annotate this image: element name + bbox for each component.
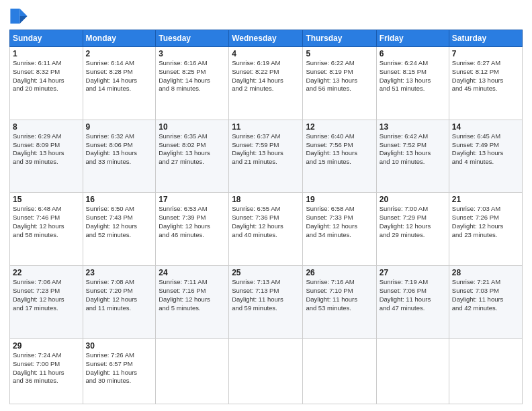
calendar-cell: 12Sunrise: 6:40 AM Sunset: 7:56 PM Dayli… bbox=[303, 120, 376, 193]
page: SundayMondayTuesdayWednesdayThursdayFrid… bbox=[0, 0, 532, 411]
calendar-cell: 20Sunrise: 7:00 AM Sunset: 7:29 PM Dayli… bbox=[376, 193, 449, 266]
day-number: 14 bbox=[452, 122, 519, 132]
svg-marker-0 bbox=[19, 9, 27, 16]
calendar-cell: 30Sunrise: 7:26 AM Sunset: 6:57 PM Dayli… bbox=[83, 338, 156, 404]
day-number: 8 bbox=[13, 122, 80, 132]
day-number: 9 bbox=[86, 122, 153, 132]
day-info: Sunrise: 7:13 AM Sunset: 7:13 PM Dayligh… bbox=[232, 278, 300, 312]
calendar-week-row: 15Sunrise: 6:48 AM Sunset: 7:46 PM Dayli… bbox=[10, 193, 523, 266]
day-info: Sunrise: 7:19 AM Sunset: 7:06 PM Dayligh… bbox=[380, 278, 446, 312]
weekday-header-wednesday: Wednesday bbox=[229, 30, 303, 47]
weekday-header-monday: Monday bbox=[83, 30, 156, 47]
calendar-cell: 21Sunrise: 7:03 AM Sunset: 7:26 PM Dayli… bbox=[449, 193, 522, 266]
day-number: 10 bbox=[159, 122, 226, 132]
calendar-cell: 24Sunrise: 7:11 AM Sunset: 7:16 PM Dayli… bbox=[156, 266, 229, 339]
logo bbox=[9, 7, 31, 26]
calendar-cell: 9Sunrise: 6:32 AM Sunset: 8:06 PM Daylig… bbox=[83, 120, 156, 193]
day-info: Sunrise: 6:27 AM Sunset: 8:12 PM Dayligh… bbox=[452, 59, 519, 93]
calendar-cell bbox=[229, 338, 303, 404]
calendar-table: SundayMondayTuesdayWednesdayThursdayFrid… bbox=[9, 30, 523, 404]
day-number: 7 bbox=[452, 49, 519, 58]
calendar-cell: 26Sunrise: 7:16 AM Sunset: 7:10 PM Dayli… bbox=[303, 266, 376, 339]
day-number: 28 bbox=[452, 268, 519, 277]
day-info: Sunrise: 7:21 AM Sunset: 7:03 PM Dayligh… bbox=[452, 278, 519, 312]
calendar-cell: 17Sunrise: 6:53 AM Sunset: 7:39 PM Dayli… bbox=[156, 193, 229, 266]
calendar-cell: 27Sunrise: 7:19 AM Sunset: 7:06 PM Dayli… bbox=[376, 266, 449, 339]
day-info: Sunrise: 6:14 AM Sunset: 8:28 PM Dayligh… bbox=[86, 59, 153, 93]
day-number: 2 bbox=[86, 49, 153, 58]
calendar-cell bbox=[156, 338, 229, 404]
day-number: 13 bbox=[380, 122, 446, 132]
day-number: 22 bbox=[13, 268, 80, 277]
day-info: Sunrise: 7:03 AM Sunset: 7:26 PM Dayligh… bbox=[452, 205, 519, 239]
day-info: Sunrise: 7:26 AM Sunset: 6:57 PM Dayligh… bbox=[86, 351, 153, 385]
calendar-week-row: 1Sunrise: 6:11 AM Sunset: 8:32 PM Daylig… bbox=[10, 47, 523, 120]
calendar-cell: 22Sunrise: 7:06 AM Sunset: 7:23 PM Dayli… bbox=[10, 266, 83, 339]
day-info: Sunrise: 7:08 AM Sunset: 7:20 PM Dayligh… bbox=[86, 278, 153, 312]
day-number: 3 bbox=[159, 49, 226, 58]
weekday-header-sunday: Sunday bbox=[10, 30, 83, 47]
day-info: Sunrise: 6:35 AM Sunset: 8:02 PM Dayligh… bbox=[159, 132, 226, 167]
calendar-cell: 25Sunrise: 7:13 AM Sunset: 7:13 PM Dayli… bbox=[229, 266, 303, 339]
day-number: 18 bbox=[232, 195, 300, 204]
day-info: Sunrise: 6:50 AM Sunset: 7:43 PM Dayligh… bbox=[86, 205, 153, 239]
calendar-week-row: 29Sunrise: 7:24 AM Sunset: 7:00 PM Dayli… bbox=[10, 338, 523, 404]
calendar-cell: 18Sunrise: 6:55 AM Sunset: 7:36 PM Dayli… bbox=[229, 193, 303, 266]
day-info: Sunrise: 6:45 AM Sunset: 7:49 PM Dayligh… bbox=[452, 132, 519, 167]
day-number: 4 bbox=[232, 49, 300, 58]
day-number: 21 bbox=[452, 195, 519, 204]
day-number: 1 bbox=[13, 49, 80, 58]
day-info: Sunrise: 6:53 AM Sunset: 7:39 PM Dayligh… bbox=[159, 205, 226, 239]
day-number: 17 bbox=[159, 195, 226, 204]
calendar-cell bbox=[303, 338, 376, 404]
day-number: 16 bbox=[86, 195, 153, 204]
day-number: 27 bbox=[380, 268, 446, 277]
day-number: 19 bbox=[306, 195, 373, 204]
calendar-week-row: 8Sunrise: 6:29 AM Sunset: 8:09 PM Daylig… bbox=[10, 120, 523, 193]
weekday-header-thursday: Thursday bbox=[303, 30, 376, 47]
day-info: Sunrise: 7:16 AM Sunset: 7:10 PM Dayligh… bbox=[306, 278, 373, 312]
weekday-header-tuesday: Tuesday bbox=[156, 30, 229, 47]
day-info: Sunrise: 6:19 AM Sunset: 8:22 PM Dayligh… bbox=[232, 59, 300, 93]
calendar-cell: 4Sunrise: 6:19 AM Sunset: 8:22 PM Daylig… bbox=[229, 47, 303, 120]
day-number: 20 bbox=[380, 195, 446, 204]
calendar-cell: 8Sunrise: 6:29 AM Sunset: 8:09 PM Daylig… bbox=[10, 120, 83, 193]
day-info: Sunrise: 7:00 AM Sunset: 7:29 PM Dayligh… bbox=[380, 205, 446, 239]
day-number: 6 bbox=[380, 49, 446, 58]
day-info: Sunrise: 6:22 AM Sunset: 8:19 PM Dayligh… bbox=[306, 59, 373, 93]
calendar-cell: 3Sunrise: 6:16 AM Sunset: 8:25 PM Daylig… bbox=[156, 47, 229, 120]
day-info: Sunrise: 6:29 AM Sunset: 8:09 PM Dayligh… bbox=[13, 132, 80, 167]
svg-rect-2 bbox=[10, 9, 19, 24]
logo-icon bbox=[9, 7, 28, 26]
calendar-cell: 7Sunrise: 6:27 AM Sunset: 8:12 PM Daylig… bbox=[449, 47, 522, 120]
day-info: Sunrise: 6:37 AM Sunset: 7:59 PM Dayligh… bbox=[232, 132, 300, 167]
calendar-cell: 5Sunrise: 6:22 AM Sunset: 8:19 PM Daylig… bbox=[303, 47, 376, 120]
day-number: 26 bbox=[306, 268, 373, 277]
day-number: 11 bbox=[232, 122, 300, 132]
calendar-cell: 15Sunrise: 6:48 AM Sunset: 7:46 PM Dayli… bbox=[10, 193, 83, 266]
day-number: 24 bbox=[159, 268, 226, 277]
day-info: Sunrise: 7:11 AM Sunset: 7:16 PM Dayligh… bbox=[159, 278, 226, 312]
day-number: 30 bbox=[86, 341, 153, 351]
day-info: Sunrise: 6:11 AM Sunset: 8:32 PM Dayligh… bbox=[13, 59, 80, 93]
calendar-cell: 6Sunrise: 6:24 AM Sunset: 8:15 PM Daylig… bbox=[376, 47, 449, 120]
svg-marker-1 bbox=[19, 16, 27, 24]
day-number: 25 bbox=[232, 268, 300, 277]
calendar-cell: 19Sunrise: 6:58 AM Sunset: 7:33 PM Dayli… bbox=[303, 193, 376, 266]
calendar-week-row: 22Sunrise: 7:06 AM Sunset: 7:23 PM Dayli… bbox=[10, 266, 523, 339]
calendar-cell: 2Sunrise: 6:14 AM Sunset: 8:28 PM Daylig… bbox=[83, 47, 156, 120]
calendar-header-row: SundayMondayTuesdayWednesdayThursdayFrid… bbox=[10, 30, 523, 47]
calendar-cell: 29Sunrise: 7:24 AM Sunset: 7:00 PM Dayli… bbox=[10, 338, 83, 404]
calendar-cell: 10Sunrise: 6:35 AM Sunset: 8:02 PM Dayli… bbox=[156, 120, 229, 193]
weekday-header-saturday: Saturday bbox=[449, 30, 522, 47]
day-info: Sunrise: 6:16 AM Sunset: 8:25 PM Dayligh… bbox=[159, 59, 226, 93]
day-number: 15 bbox=[13, 195, 80, 204]
day-number: 23 bbox=[86, 268, 153, 277]
day-number: 12 bbox=[306, 122, 373, 132]
day-info: Sunrise: 6:40 AM Sunset: 7:56 PM Dayligh… bbox=[306, 132, 373, 167]
day-number: 29 bbox=[13, 341, 80, 351]
calendar-cell: 11Sunrise: 6:37 AM Sunset: 7:59 PM Dayli… bbox=[229, 120, 303, 193]
day-info: Sunrise: 7:06 AM Sunset: 7:23 PM Dayligh… bbox=[13, 278, 80, 312]
day-info: Sunrise: 6:48 AM Sunset: 7:46 PM Dayligh… bbox=[13, 205, 80, 239]
weekday-header-friday: Friday bbox=[376, 30, 449, 47]
